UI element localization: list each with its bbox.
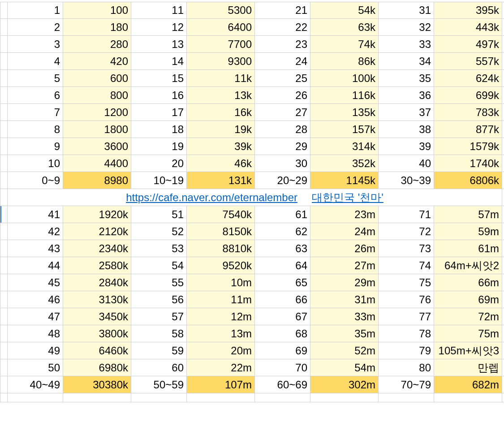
level-cell[interactable]: 62 <box>255 223 310 240</box>
value-cell[interactable]: 280 <box>63 36 131 52</box>
value-cell[interactable]: 3600 <box>63 138 131 155</box>
level-cell[interactable]: 30 <box>255 155 310 172</box>
value-cell[interactable]: 395k <box>434 2 502 18</box>
value-cell[interactable]: 74k <box>310 36 379 52</box>
level-cell[interactable]: 18 <box>131 121 187 138</box>
empty-cell[interactable] <box>187 393 255 402</box>
level-cell[interactable]: 78 <box>379 325 434 342</box>
level-cell[interactable]: 16 <box>131 87 187 103</box>
level-cell[interactable]: 63 <box>255 240 310 257</box>
value-cell[interactable]: 131k <box>187 172 255 189</box>
level-cell[interactable]: 65 <box>255 274 310 291</box>
level-cell[interactable]: 25 <box>255 70 310 86</box>
value-cell[interactable]: 107m <box>187 376 255 393</box>
value-cell[interactable]: 699k <box>434 87 502 103</box>
value-cell[interactable]: 352k <box>310 155 379 172</box>
level-cell[interactable]: 76 <box>379 291 434 308</box>
value-cell[interactable]: 31m <box>310 291 379 308</box>
value-cell[interactable]: 19k <box>187 121 255 138</box>
value-cell[interactable]: 27m <box>310 257 379 274</box>
value-cell[interactable]: 8150k <box>187 223 255 240</box>
value-cell[interactable]: 6400 <box>187 19 255 35</box>
level-cell[interactable]: 33 <box>379 36 434 52</box>
level-cell[interactable]: 1 <box>8 2 63 18</box>
value-cell[interactable]: 2840k <box>63 274 131 291</box>
value-cell[interactable]: 만렙 <box>434 359 502 376</box>
level-cell[interactable]: 67 <box>255 308 310 325</box>
level-cell[interactable]: 64 <box>255 257 310 274</box>
level-cell[interactable]: 41 <box>8 206 63 223</box>
empty-cell[interactable] <box>131 393 187 402</box>
value-cell[interactable]: 23m <box>310 206 379 223</box>
value-cell[interactable]: 52m <box>310 342 379 359</box>
value-cell[interactable]: 4400 <box>63 155 131 172</box>
value-cell[interactable]: 10m <box>187 274 255 291</box>
value-cell[interactable]: 180 <box>63 19 131 35</box>
value-cell[interactable]: 302m <box>310 376 379 393</box>
level-cell[interactable]: 43 <box>8 240 63 257</box>
level-cell[interactable]: 54 <box>131 257 187 274</box>
level-cell[interactable]: 71 <box>379 206 434 223</box>
value-cell[interactable]: 420 <box>63 53 131 69</box>
level-cell[interactable]: 27 <box>255 104 310 121</box>
level-cell[interactable]: 40 <box>379 155 434 172</box>
level-cell[interactable]: 12 <box>131 19 187 35</box>
value-cell[interactable]: 22m <box>187 359 255 376</box>
value-cell[interactable]: 3450k <box>63 308 131 325</box>
level-cell[interactable]: 23 <box>255 36 310 52</box>
level-cell[interactable]: 36 <box>379 87 434 103</box>
value-cell[interactable]: 57m <box>434 206 502 223</box>
value-cell[interactable]: 13k <box>187 87 255 103</box>
level-cell[interactable]: 80 <box>379 359 434 376</box>
level-cell[interactable]: 60 <box>131 359 187 376</box>
value-cell[interactable]: 443k <box>434 19 502 35</box>
value-cell[interactable]: 11m <box>187 291 255 308</box>
level-cell[interactable]: 59 <box>131 342 187 359</box>
level-cell[interactable]: 47 <box>8 308 63 325</box>
level-cell[interactable]: 48 <box>8 325 63 342</box>
empty-cell[interactable] <box>255 393 310 402</box>
level-cell[interactable]: 15 <box>131 70 187 86</box>
value-cell[interactable]: 1740k <box>434 155 502 172</box>
level-cell[interactable]: 74 <box>379 257 434 274</box>
value-cell[interactable]: 86k <box>310 53 379 69</box>
value-cell[interactable]: 624k <box>434 70 502 86</box>
level-cell[interactable]: 9 <box>8 138 63 155</box>
level-cell[interactable]: 50 <box>8 359 63 376</box>
value-cell[interactable]: 1145k <box>310 172 379 189</box>
empty-cell[interactable] <box>8 393 63 402</box>
value-cell[interactable]: 46k <box>187 155 255 172</box>
level-cell[interactable]: 35 <box>379 70 434 86</box>
value-cell[interactable]: 7540k <box>187 206 255 223</box>
value-cell[interactable]: 16k <box>187 104 255 121</box>
level-cell[interactable]: 61 <box>255 206 310 223</box>
level-cell[interactable]: 10~19 <box>131 172 187 189</box>
level-cell[interactable]: 73 <box>379 240 434 257</box>
level-cell[interactable]: 29 <box>255 138 310 155</box>
value-cell[interactable]: 877k <box>434 121 502 138</box>
level-cell[interactable]: 49 <box>8 342 63 359</box>
value-cell[interactable]: 30380k <box>63 376 131 393</box>
value-cell[interactable]: 54m <box>310 359 379 376</box>
value-cell[interactable]: 1200 <box>63 104 131 121</box>
value-cell[interactable]: 2340k <box>63 240 131 257</box>
value-cell[interactable]: 8980 <box>63 172 131 189</box>
level-cell[interactable]: 42 <box>8 223 63 240</box>
value-cell[interactable]: 783k <box>434 104 502 121</box>
level-cell[interactable]: 50~59 <box>131 376 187 393</box>
value-cell[interactable]: 24m <box>310 223 379 240</box>
level-cell[interactable]: 53 <box>131 240 187 257</box>
level-cell[interactable]: 38 <box>379 121 434 138</box>
level-cell[interactable]: 0~9 <box>8 172 63 189</box>
empty-cell[interactable] <box>379 393 434 402</box>
value-cell[interactable]: 600 <box>63 70 131 86</box>
value-cell[interactable]: 2120k <box>63 223 131 240</box>
level-cell[interactable]: 20 <box>131 155 187 172</box>
level-cell[interactable]: 56 <box>131 291 187 308</box>
value-cell[interactable]: 1800 <box>63 121 131 138</box>
value-cell[interactable]: 13m <box>187 325 255 342</box>
value-cell[interactable]: 1579k <box>434 138 502 155</box>
value-cell[interactable]: 54k <box>310 2 379 18</box>
level-cell[interactable]: 31 <box>379 2 434 18</box>
value-cell[interactable]: 497k <box>434 36 502 52</box>
